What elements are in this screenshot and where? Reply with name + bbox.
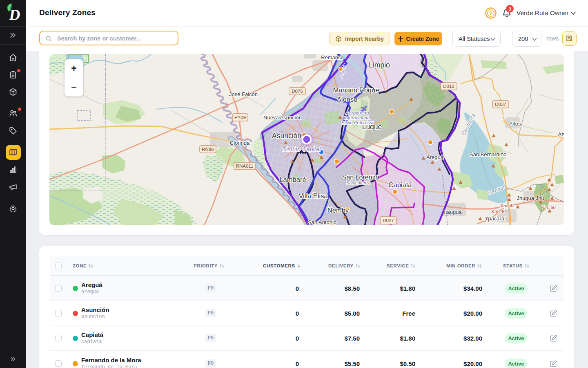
svg-text:Jhugua Jhu: Jhugua Jhu xyxy=(517,195,544,201)
svg-text:RNA011: RNA011 xyxy=(236,164,254,168)
svg-text:Km. 42: Km. 42 xyxy=(501,203,515,208)
svg-text:Aty: Aty xyxy=(558,131,564,137)
svg-text:San Bernardino: San Bernardino xyxy=(470,151,506,157)
svg-text:Aeropuerto: Aeropuerto xyxy=(345,110,370,115)
svg-text:Altos: Altos xyxy=(509,121,521,127)
svg-text:Km. 40: Km. 40 xyxy=(492,209,506,214)
svg-text:Remanso: Remanso xyxy=(321,54,344,61)
svg-text:Lambaré: Lambaré xyxy=(279,176,306,183)
svg-text:Asunción: Asunción xyxy=(272,132,301,140)
svg-text:D075: D075 xyxy=(292,89,303,94)
svg-text:?: ? xyxy=(489,11,492,16)
svg-text:San Antonio: San Antonio xyxy=(308,219,336,225)
svg-text:Internacional: Internacional xyxy=(344,115,371,120)
svg-text:PY09: PY09 xyxy=(234,115,246,120)
svg-text:Ñemby: Ñemby xyxy=(327,206,349,214)
svg-text:Km. 50: Km. 50 xyxy=(541,205,556,210)
svg-text:Mariano Roque: Mariano Roque xyxy=(333,86,379,94)
svg-text:Nueva Asunción: Nueva Asunción xyxy=(263,114,302,121)
svg-text:D: D xyxy=(9,6,20,23)
svg-text:Areguá: Areguá xyxy=(426,154,444,160)
svg-text:Capiatá: Capiatá xyxy=(389,181,412,188)
svg-text:D012: D012 xyxy=(443,84,454,89)
svg-text:Villa Elisa: Villa Elisa xyxy=(298,192,328,200)
svg-text:San Lorenzo: San Lorenzo xyxy=(346,180,371,185)
svg-text:Limpio: Limpio xyxy=(369,61,390,69)
svg-text:Distrito Capital: Distrito Capital xyxy=(282,146,321,153)
svg-text:Clorinda: Clorinda xyxy=(230,140,250,146)
svg-text:Silvio Pettirossi: Silvio Pettirossi xyxy=(341,120,373,125)
svg-text:RN86: RN86 xyxy=(202,147,214,152)
svg-text:San Lorenzo: San Lorenzo xyxy=(342,174,379,181)
svg-text:Itauguá: Itauguá xyxy=(444,209,462,215)
svg-text:Ypacaraí: Ypacaraí xyxy=(485,215,506,222)
svg-text:Alonso: Alonso xyxy=(337,96,357,103)
svg-text:D027: D027 xyxy=(383,218,394,223)
svg-text:D037: D037 xyxy=(495,102,506,107)
svg-text:José Falcón: José Falcón xyxy=(229,91,258,97)
